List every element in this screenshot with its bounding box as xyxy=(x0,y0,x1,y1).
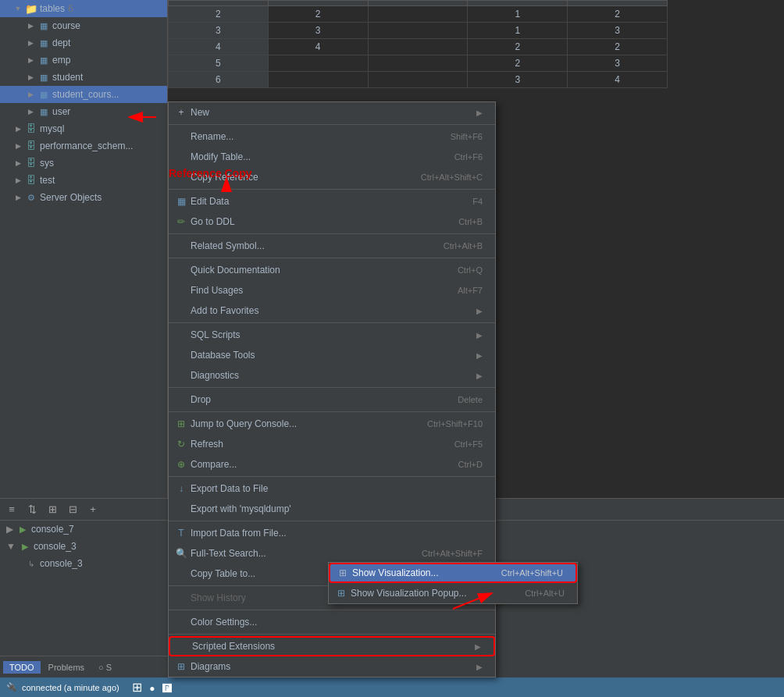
toolbar-btn-4[interactable]: ⊟ xyxy=(64,501,81,518)
edit-data-shortcut: F4 xyxy=(472,197,483,206)
cell-5-1[interactable] xyxy=(268,55,368,72)
tree-item-perf-schema[interactable]: ▶ 🗄 performance_schem... xyxy=(0,137,167,155)
menu-item-drop[interactable]: Drop Delete xyxy=(169,389,495,410)
db-icon-perf: 🗄 xyxy=(25,140,37,152)
student-course-label: student_cours... xyxy=(52,89,119,100)
menu-item-edit-data[interactable]: ▦ Edit Data F4 xyxy=(169,191,495,212)
tree-item-test[interactable]: ▶ 🗄 test xyxy=(0,172,167,189)
cell-4-4[interactable]: 2 xyxy=(568,39,668,55)
menu-item-import[interactable]: T Import Data from File... xyxy=(169,523,495,543)
menu-item-refresh[interactable]: ↻ Refresh Ctrl+F5 xyxy=(169,434,495,454)
tab-problems[interactable]: Problems xyxy=(42,661,91,674)
menu-label-copy-table: Copy Table to... xyxy=(191,568,255,579)
services-item-console3-child[interactable]: ↳ console_3 xyxy=(0,555,168,572)
cell-6-2[interactable] xyxy=(368,72,468,88)
cell-5-2[interactable] xyxy=(368,55,468,72)
menu-item-new[interactable]: + New ▶ xyxy=(169,102,495,123)
cell-3-1[interactable]: 3 xyxy=(268,23,368,39)
menu-item-fulltext-search[interactable]: 🔍 Full-Text Search... Ctrl+Alt+Shift+F xyxy=(169,543,495,564)
tab-todo[interactable]: TODO xyxy=(3,661,41,674)
submenu-label-show-viz: Show Visualization... xyxy=(352,567,439,578)
cell-5-4[interactable]: 3 xyxy=(568,55,668,72)
toolbar-btn-1[interactable]: ≡ xyxy=(3,501,20,518)
cell-4-1[interactable]: 4 xyxy=(268,39,368,55)
menu-item-go-ddl[interactable]: ✏ Go to DDL Ctrl+B xyxy=(169,212,495,232)
menu-item-related[interactable]: Related Symbol... Ctrl+Alt+B xyxy=(169,236,495,256)
menu-item-rename[interactable]: Rename... Shift+F6 xyxy=(169,126,495,147)
menu-item-diagnostics[interactable]: Diagnostics ▶ xyxy=(169,365,495,386)
cell-5-3[interactable]: 2 xyxy=(468,55,568,72)
copy-ref-shortcut: Ctrl+Alt+Shift+C xyxy=(421,172,483,182)
menu-item-diagrams[interactable]: ⊞ Diagrams ▶ xyxy=(169,656,495,677)
tree-item-dept[interactable]: ▶ ▦ dept xyxy=(0,34,167,52)
folder-icon: 📁 xyxy=(25,2,37,15)
row-num-5: 5 xyxy=(169,55,269,72)
menu-item-quick-doc[interactable]: Quick Documentation Ctrl+Q xyxy=(169,260,495,280)
services-item-console7[interactable]: ▶ ▶ console_7 xyxy=(0,521,168,538)
cell-4-2[interactable] xyxy=(368,39,468,55)
services-item-console3-parent[interactable]: ▼ ▶ console_3 xyxy=(0,538,168,555)
expand-arrow-user: ▶ xyxy=(25,106,36,117)
tree-item-sys[interactable]: ▶ 🗄 sys xyxy=(0,155,167,172)
menu-item-sql-scripts[interactable]: SQL Scripts ▶ xyxy=(169,325,495,345)
submenu-show-viz-popup[interactable]: ⊞ Show Visualization Popup... Ctrl+Alt+U xyxy=(329,583,577,603)
cell-6-1[interactable] xyxy=(268,72,368,88)
compare-shortcut: Ctrl+D xyxy=(458,460,483,469)
cell-6-3[interactable]: 3 xyxy=(468,72,568,88)
expand-arrow-student-course: ▶ xyxy=(25,89,36,100)
menu-item-find-usages[interactable]: Find Usages Alt+F7 xyxy=(169,280,495,300)
scripted-ext-arrow: ▶ xyxy=(475,642,481,651)
menu-item-scripted-ext[interactable]: Scripted Extensions ▶ xyxy=(169,636,495,656)
menu-label-quick-doc: Quick Documentation xyxy=(191,265,280,276)
separator-4 xyxy=(169,258,495,258)
show-viz-icon: ⊞ xyxy=(337,567,349,579)
tree-item-emp[interactable]: ▶ ▦ emp xyxy=(0,52,167,69)
tab-output[interactable]: ○ S xyxy=(92,661,118,674)
toolbar-btn-2[interactable]: ⇅ xyxy=(23,501,41,518)
toolbar-btn-add[interactable]: + xyxy=(84,501,102,518)
tree-item-course[interactable]: ▶ ▦ course xyxy=(0,17,167,34)
menu-item-favorites[interactable]: Add to Favorites ▶ xyxy=(169,300,495,321)
submenu-show-viz[interactable]: ⊞ Show Visualization... Ctrl+Alt+Shift+U xyxy=(329,563,577,583)
cell-2-1[interactable]: 2 xyxy=(268,6,368,23)
course-label: course xyxy=(52,20,80,31)
menu-item-color-settings[interactable]: Color Settings... xyxy=(169,612,495,632)
menu-item-modify[interactable]: Modify Table... Ctrl+F6 xyxy=(169,147,495,167)
tree-item-student-course[interactable]: ▶ ▦ student_cours... xyxy=(0,86,167,103)
separator-7 xyxy=(169,411,495,412)
menu-label-compare: Compare... xyxy=(191,459,237,470)
cell-6-4[interactable]: 4 xyxy=(568,72,668,88)
menu-item-db-tools[interactable]: Database Tools ▶ xyxy=(169,345,495,365)
tree-item-student[interactable]: ▶ ▦ student xyxy=(0,69,167,86)
jump-console-shortcut: Ctrl+Shift+F10 xyxy=(427,419,483,429)
submenu-label-show-viz-popup: Show Visualization Popup... xyxy=(351,588,467,599)
cell-3-4[interactable]: 3 xyxy=(568,23,668,39)
menu-item-export-file[interactable]: ↓ Export Data to File xyxy=(169,478,495,499)
grid-row-3: 3 3 1 3 xyxy=(169,23,668,39)
menu-item-export-dump[interactable]: Export with 'mysqldump' xyxy=(169,499,495,519)
toolbar-btn-3[interactable]: ⊞ xyxy=(44,501,61,518)
tree-item-mysql[interactable]: ▶ 🗄 mysql xyxy=(0,120,167,137)
expand-arrow-sys: ▶ xyxy=(12,158,23,169)
refresh-shortcut: Ctrl+F5 xyxy=(454,439,483,449)
refresh-icon: ↻ xyxy=(175,438,187,450)
tree-item-user[interactable]: ▶ ▦ user xyxy=(0,103,167,120)
separator-2 xyxy=(169,189,495,190)
tree-item-tables[interactable]: ▼ 📁 tables 6 xyxy=(0,0,167,17)
show-viz-shortcut: Ctrl+Alt+Shift+U xyxy=(501,568,563,578)
separator-6 xyxy=(169,387,495,388)
cell-3-3[interactable]: 1 xyxy=(468,23,568,39)
cell-2-2[interactable] xyxy=(368,6,468,23)
separator-9 xyxy=(169,521,495,521)
menu-label-related: Related Symbol... xyxy=(191,240,265,251)
tree-item-server-objects[interactable]: ▶ ⚙ Server Objects xyxy=(0,189,167,206)
cell-3-2[interactable] xyxy=(368,23,468,39)
cell-2-4[interactable]: 2 xyxy=(568,6,668,23)
menu-item-compare[interactable]: ⊕ Compare... Ctrl+D xyxy=(169,454,495,475)
menu-item-jump-console[interactable]: ⊞ Jump to Query Console... Ctrl+Shift+F1… xyxy=(169,414,495,434)
reference-copy-annotation: Reference Copy xyxy=(169,167,252,180)
cell-2-3[interactable]: 1 xyxy=(468,6,568,23)
win-icon: ⊞ xyxy=(132,681,142,694)
cell-4-3[interactable]: 2 xyxy=(468,39,568,55)
modify-shortcut: Ctrl+F6 xyxy=(454,152,483,162)
